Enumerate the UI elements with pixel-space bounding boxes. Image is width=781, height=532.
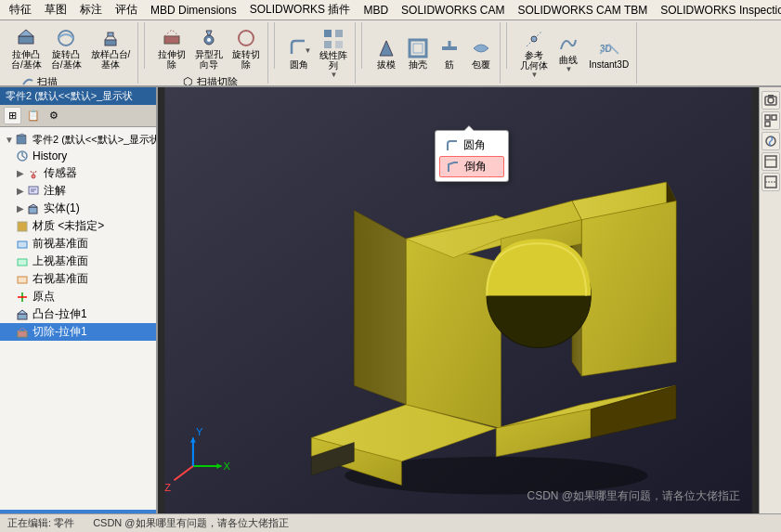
dropdown-item-fillet[interactable]: 圆角 xyxy=(436,135,508,156)
chamfer-option-icon xyxy=(446,160,461,175)
svg-text:Z: Z xyxy=(164,482,171,493)
svg-marker-54 xyxy=(354,211,406,405)
tree-item-material[interactable]: 材质 <未指定> xyxy=(0,217,156,235)
btn-curves[interactable]: 曲线 ▼ xyxy=(553,30,583,76)
btn-wrap[interactable]: 包覆 xyxy=(466,34,496,72)
right-icon-section[interactable] xyxy=(761,173,780,191)
status-text: 正在编辑: 零件 xyxy=(7,516,74,530)
tree-expand-solid[interactable]: ▶ xyxy=(15,203,26,214)
right-icon-display[interactable] xyxy=(761,152,780,171)
main-layout: 零件2 (默认<<默认>_显示状 ⊞ 📋 ⚙ ▼ 零件2 (默认<<默认>_显示… xyxy=(0,87,781,513)
btn-revolve-cut[interactable]: 旋转切除 xyxy=(228,24,264,72)
tree-item-origin[interactable]: 原点 xyxy=(0,288,156,305)
right-icon-appearance[interactable] xyxy=(761,132,780,150)
dropdown-item-chamfer[interactable]: 倒角 xyxy=(439,156,504,177)
tree-item-history[interactable]: History xyxy=(0,148,156,164)
dropdown-fillet-label: 圆角 xyxy=(463,137,486,153)
feature-tree: ▼ 零件2 (默认<<默认>_显示状 History ▶ 传感器 xyxy=(0,127,156,510)
tree-item-sensors[interactable]: ▶ 传感器 xyxy=(0,164,156,182)
rib-icon xyxy=(438,37,461,59)
tree-material-label: 材质 <未指定> xyxy=(33,218,104,234)
btn-draft-label: 拔模 xyxy=(377,59,396,70)
svg-marker-38 xyxy=(29,204,37,207)
menu-features[interactable]: 特征 xyxy=(4,0,37,19)
menu-mbd-dim[interactable]: MBD Dimensions xyxy=(145,2,242,19)
wrap-icon xyxy=(470,37,492,59)
svg-point-30 xyxy=(32,175,35,178)
svg-rect-18 xyxy=(410,40,426,57)
btn-reference-geometry[interactable]: 参考几何体 ▼ xyxy=(516,25,552,82)
btn-hole-wizard[interactable]: 异型孔向导 xyxy=(191,24,227,72)
btn-sweep[interactable]: 扫描 xyxy=(17,72,125,87)
tree-item-solid[interactable]: ▶ 实体(1) xyxy=(0,200,156,217)
tree-item-part[interactable]: ▼ 零件2 (默认<<默认>_显示状 xyxy=(0,131,156,148)
btn-draft[interactable]: 拔模 xyxy=(371,34,401,72)
annotation-icon xyxy=(26,184,41,199)
svg-point-12 xyxy=(239,31,254,45)
tree-item-boss-extrude1[interactable]: 凸台-拉伸1 xyxy=(0,305,156,323)
tree-item-front-plane[interactable]: 前视基准面 xyxy=(0,235,156,253)
menu-sw-plugins[interactable]: SOLIDWORKS 插件 xyxy=(244,0,357,19)
part-name: 零件2 (默认<<默认>_显示状 xyxy=(6,89,133,103)
part-icon xyxy=(15,132,30,147)
ribbon-group-reference: 参考几何体 ▼ 曲线 ▼ 3D Instant3D xyxy=(513,22,637,84)
tree-sensors-label: 传感器 xyxy=(44,165,77,181)
menu-mbd[interactable]: MBD xyxy=(358,2,394,19)
btn-shell[interactable]: 抽壳 xyxy=(403,34,433,72)
status-right: CSDN @如果哪里有问题，请各位大佬指正 xyxy=(93,516,288,530)
tab-feature-manager[interactable]: ⊞ xyxy=(4,107,21,124)
3d-viewport[interactable]: X Y Z 圆角 倒角 C xyxy=(158,87,759,513)
btn-sweep-cut[interactable]: ⬡ 扫描切除 xyxy=(176,72,241,87)
tree-item-right-plane[interactable]: 右视基准面 xyxy=(0,270,156,288)
svg-marker-1 xyxy=(19,30,33,36)
svg-rect-45 xyxy=(18,314,27,319)
tree-expand-part[interactable]: ▼ xyxy=(4,134,15,145)
svg-line-29 xyxy=(22,156,25,158)
menu-sketch[interactable]: 草图 xyxy=(39,0,72,19)
btn-rib[interactable]: 筋 xyxy=(435,34,464,72)
tree-history-label: History xyxy=(33,149,67,162)
svg-rect-80 xyxy=(772,115,776,120)
front-plane-icon xyxy=(15,237,30,252)
tree-expand-annotation[interactable]: ▶ xyxy=(15,186,26,197)
tree-item-top-plane[interactable]: 上视基准面 xyxy=(0,253,156,270)
menu-annotation[interactable]: 标注 xyxy=(74,0,108,19)
svg-rect-41 xyxy=(18,259,27,266)
svg-point-10 xyxy=(207,38,211,42)
menu-sw-cam[interactable]: SOLIDWORKS CAM xyxy=(396,2,510,19)
svg-rect-79 xyxy=(765,115,770,120)
menu-evaluate[interactable]: 评估 xyxy=(110,0,143,19)
svg-rect-39 xyxy=(18,222,27,231)
btn-instant3d-label: Instant3D xyxy=(589,59,629,70)
svg-rect-42 xyxy=(18,277,27,283)
tree-item-annotation[interactable]: ▶ 注解 xyxy=(0,182,156,200)
left-panel-header: 零件2 (默认<<默认>_显示状 xyxy=(0,87,156,105)
tab-config[interactable]: ⚙ xyxy=(46,108,62,123)
btn-revolve-boss[interactable]: 旋转凸台/基体 xyxy=(47,24,85,72)
menu-sw-inspection[interactable]: SOLIDWORKS Inspection xyxy=(655,2,781,19)
btn-fillet[interactable]: 圆角 ▼ xyxy=(284,34,314,72)
btn-loft-boss[interactable]: 放样凸台/基体 xyxy=(87,24,135,72)
dropdown-chamfer-label: 倒角 xyxy=(464,159,487,175)
tree-cut-extrude1-label: 切除-拉伸1 xyxy=(33,324,87,340)
btn-extrude-boss[interactable]: 拉伸凸台/基体 xyxy=(7,24,46,72)
svg-point-23 xyxy=(531,36,537,42)
svg-marker-56 xyxy=(406,239,501,428)
right-panel xyxy=(759,87,781,513)
svg-marker-48 xyxy=(18,328,27,331)
svg-marker-11 xyxy=(206,31,212,35)
tree-item-cut-extrude1[interactable]: 切除-拉伸1 xyxy=(0,323,156,341)
btn-instant3d[interactable]: 3D Instant3D xyxy=(585,34,632,72)
btn-extrude-cut[interactable]: 拉伸切除 xyxy=(154,24,189,72)
btn-revolve-cut-label: 旋转切除 xyxy=(232,49,260,70)
btn-reference-geometry-label: 参考几何体 xyxy=(520,50,548,71)
btn-loft-boss-label: 放样凸台/基体 xyxy=(91,49,131,70)
tree-expand-sensors[interactable]: ▶ xyxy=(15,168,26,179)
menu-sw-cam-tbm[interactable]: SOLIDWORKS CAM TBM xyxy=(512,2,653,19)
btn-linear-pattern[interactable]: 线性阵列 ▼ xyxy=(316,25,351,82)
right-icon-view[interactable] xyxy=(761,111,780,130)
tab-properties[interactable]: 📋 xyxy=(23,108,44,123)
hole-wizard-icon xyxy=(198,27,220,49)
panel-resize-handle[interactable] xyxy=(0,510,156,513)
right-icon-camera[interactable] xyxy=(761,91,780,110)
